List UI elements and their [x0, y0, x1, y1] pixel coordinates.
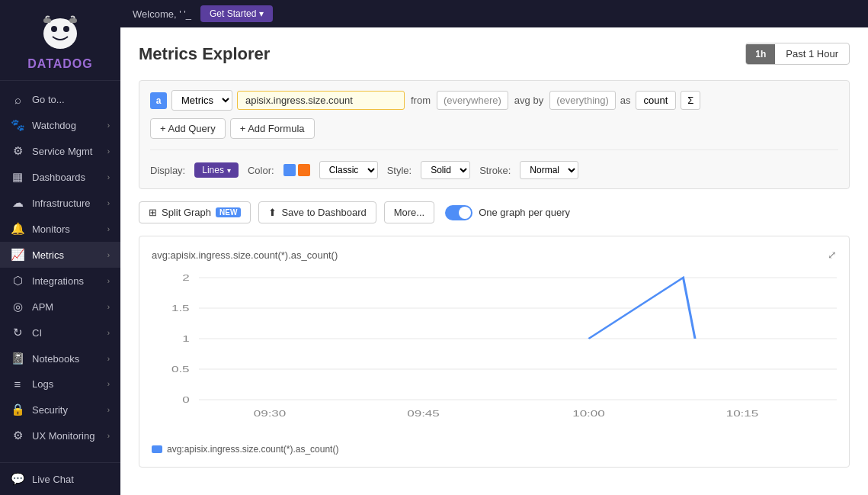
chart-legend: avg:apisix.ingress.size.count(*).as_coun… — [152, 444, 837, 455]
chevron-right-icon: › — [107, 121, 110, 130]
main-content: Welcome, ' '_ Get Started ▾ Metrics Expl… — [120, 0, 868, 495]
sidebar-item-infrastructure[interactable]: ☁ Infrastructure › — [0, 190, 120, 216]
time-selector[interactable]: 1h Past 1 Hour — [745, 43, 850, 65]
query-type-select[interactable]: Metrics — [171, 90, 232, 111]
svg-point-2 — [63, 26, 69, 32]
chevron-down-icon: ▾ — [227, 166, 231, 175]
split-graph-label: Split Graph — [162, 207, 211, 218]
chart-area: 2 1.5 1 0.5 0 09:30 09:45 10:00 10:15 — [152, 270, 837, 438]
sidebar-item-integrations[interactable]: ⬡ Integrations › — [0, 268, 120, 294]
display-row: Display: Lines ▾ Color: Classic Style: S… — [150, 161, 838, 179]
notebooks-icon: 📓 — [11, 352, 24, 365]
get-started-label: Get Started — [210, 8, 256, 19]
query-result-field[interactable]: count — [636, 91, 677, 110]
chevron-right-icon: › — [107, 432, 110, 440]
style-select[interactable]: Solid — [421, 161, 470, 179]
infrastructure-icon: ☁ — [11, 196, 24, 210]
sidebar-item-live-chat[interactable]: 💬 Live Chat — [0, 466, 120, 492]
svg-point-1 — [51, 26, 57, 32]
expand-icon[interactable]: ⤢ — [828, 249, 837, 261]
sidebar-logo: DATADOG — [0, 0, 120, 81]
logs-icon: ≡ — [11, 378, 24, 391]
sidebar-item-label: Notebooks — [32, 353, 79, 365]
sidebar-item-ux-monitoring[interactable]: ⚙ UX Monitoring › — [0, 423, 120, 448]
sidebar: DATADOG ⌕ Go to... 🐾 Watchdog › ⚙ Servic… — [0, 0, 120, 495]
svg-rect-4 — [69, 18, 77, 23]
stroke-select[interactable]: Normal — [520, 161, 578, 179]
chevron-right-icon: › — [107, 173, 110, 182]
chevron-right-icon: › — [107, 329, 110, 337]
section-divider — [150, 149, 838, 150]
svg-rect-3 — [43, 18, 51, 23]
sidebar-item-monitors[interactable]: 🔔 Monitors › — [0, 216, 120, 242]
color-scheme-select[interactable]: Classic — [319, 161, 378, 179]
legend-label: avg:apisix.ingress.size.count(*).as_coun… — [167, 444, 338, 455]
query-row: a Metrics from (everywhere) avg by (ever… — [150, 90, 838, 111]
apm-icon: ◎ — [11, 300, 24, 313]
avg-by-label: avg by — [513, 95, 545, 106]
chevron-right-icon: › — [107, 251, 110, 259]
chart-container: avg:apisix.ingress.size.count(*).as_coun… — [139, 236, 850, 468]
sidebar-item-apm[interactable]: ◎ APM › — [0, 294, 120, 320]
sidebar-item-label: Logs — [32, 378, 53, 390]
one-graph-toggle[interactable] — [445, 205, 472, 220]
get-started-button[interactable]: Get Started ▾ — [200, 5, 273, 22]
metrics-icon: 📈 — [11, 248, 24, 262]
add-buttons-row: + Add Query + Add Formula — [150, 118, 838, 139]
split-graph-icon: ⊞ — [149, 207, 157, 218]
time-range-label: Past 1 Hour — [775, 43, 849, 64]
datadog-logo-icon — [37, 12, 83, 54]
service-mgmt-icon: ⚙ — [11, 144, 24, 158]
from-field[interactable]: (everywhere) — [437, 91, 508, 110]
sidebar-item-dashboards[interactable]: ▦ Dashboards › — [0, 164, 120, 190]
sidebar-item-label: Metrics — [32, 249, 64, 261]
logo-text: DATADOG — [27, 57, 93, 71]
sidebar-item-metrics[interactable]: 📈 Metrics › — [0, 242, 120, 268]
chevron-right-icon: › — [107, 225, 110, 233]
swatch-orange — [298, 164, 310, 176]
toolbar: ⊞ Split Graph NEW ⬆ Save to Dashboard Mo… — [139, 201, 850, 223]
sidebar-item-logs[interactable]: ≡ Logs › — [0, 371, 120, 397]
chart-svg: 2 1.5 1 0.5 0 09:30 09:45 10:00 10:15 — [152, 270, 837, 423]
chart-title: avg:apisix.ingress.size.count(*).as_coun… — [152, 249, 837, 261]
display-type-select[interactable]: Lines ▾ — [194, 162, 239, 178]
sidebar-item-label: Live Chat — [32, 474, 74, 485]
avg-by-field[interactable]: (everything) — [549, 91, 616, 110]
dashboards-icon: ▦ — [11, 170, 24, 184]
sidebar-item-notebooks[interactable]: 📓 Notebooks › — [0, 346, 120, 371]
security-icon: 🔒 — [11, 403, 24, 416]
sidebar-item-security[interactable]: 🔒 Security › — [0, 397, 120, 423]
sidebar-item-label: Infrastructure — [32, 198, 91, 209]
svg-text:1.5: 1.5 — [171, 304, 190, 313]
sidebar-item-goto[interactable]: ⌕ Go to... — [0, 87, 120, 112]
from-label: from — [409, 95, 432, 106]
color-label: Color: — [248, 165, 274, 176]
sidebar-bottom: 💬 Live Chat — [0, 462, 120, 495]
add-query-button[interactable]: + Add Query — [150, 118, 226, 139]
sidebar-item-ci[interactable]: ↻ CI › — [0, 320, 120, 346]
color-swatches — [283, 164, 310, 176]
more-button[interactable]: More... — [384, 201, 434, 223]
content-area: Metrics Explorer 1h Past 1 Hour a Metric… — [120, 27, 868, 495]
new-badge: NEW — [216, 207, 241, 217]
goto-icon: ⌕ — [11, 93, 24, 106]
query-builder: a Metrics from (everywhere) avg by (ever… — [139, 80, 850, 189]
save-dashboard-button[interactable]: ⬆ Save to Dashboard — [258, 201, 376, 223]
stroke-label: Stroke: — [479, 165, 511, 176]
chevron-right-icon: › — [107, 199, 110, 207]
swatch-blue — [283, 164, 296, 176]
svg-text:10:00: 10:00 — [572, 409, 605, 418]
metric-input[interactable] — [237, 91, 405, 110]
display-type-label: Lines — [202, 165, 224, 175]
svg-text:2: 2 — [182, 273, 190, 282]
sigma-button[interactable]: Σ — [681, 91, 700, 110]
split-graph-button[interactable]: ⊞ Split Graph NEW — [139, 201, 251, 223]
sidebar-item-service-mgmt[interactable]: ⚙ Service Mgmt › — [0, 138, 120, 164]
svg-text:0.5: 0.5 — [171, 365, 190, 374]
sidebar-item-watchdog[interactable]: 🐾 Watchdog › — [0, 112, 120, 138]
chevron-right-icon: › — [107, 303, 110, 311]
sidebar-nav: ⌕ Go to... 🐾 Watchdog › ⚙ Service Mgmt ›… — [0, 81, 120, 462]
integrations-icon: ⬡ — [11, 274, 24, 288]
add-formula-button[interactable]: + Add Formula — [230, 118, 315, 139]
svg-text:0: 0 — [182, 395, 190, 404]
